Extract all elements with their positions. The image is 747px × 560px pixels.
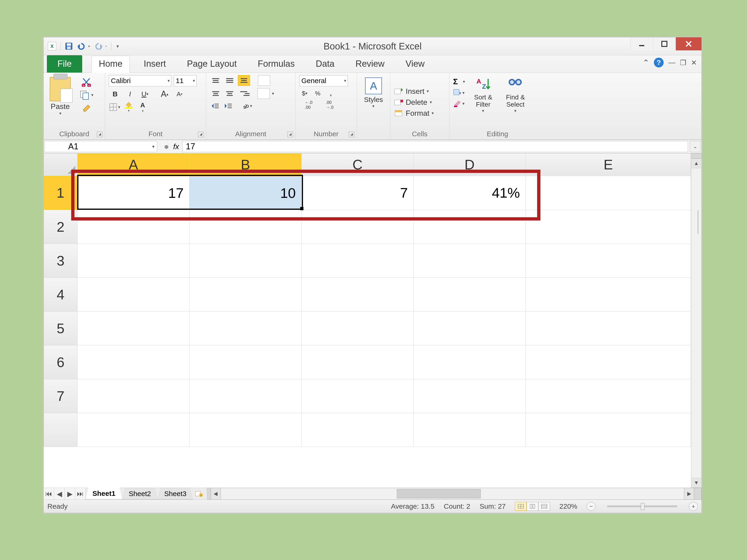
cell-d4[interactable] bbox=[414, 278, 526, 312]
decrease-decimal-button[interactable]: .00→.0 bbox=[320, 100, 339, 110]
tab-view[interactable]: View bbox=[398, 56, 432, 73]
cell-d1[interactable]: 41% bbox=[414, 176, 526, 210]
align-left-button[interactable] bbox=[210, 88, 222, 99]
paste-dropdown-icon[interactable]: ▾ bbox=[47, 111, 73, 116]
cell-a1[interactable]: 17 bbox=[77, 176, 189, 210]
vertical-split-box[interactable] bbox=[691, 153, 702, 158]
vertical-scrollbar[interactable]: ▲ ▼ bbox=[691, 153, 701, 488]
cell-e3[interactable] bbox=[526, 244, 691, 278]
cell-a2[interactable] bbox=[77, 210, 189, 244]
zoom-slider[interactable] bbox=[607, 505, 677, 507]
autosum-button[interactable]: Σ ▾ bbox=[453, 77, 465, 86]
row-header-3[interactable]: 3 bbox=[44, 244, 77, 278]
cell-c4[interactable] bbox=[302, 278, 414, 312]
delete-cells-button[interactable]: Delete▾ bbox=[394, 98, 432, 107]
sheet-nav-next[interactable]: ▶ bbox=[65, 488, 75, 500]
col-header-d[interactable]: D bbox=[414, 154, 526, 176]
cell-c6[interactable] bbox=[302, 345, 414, 379]
percent-format-button[interactable]: % bbox=[312, 89, 323, 98]
paste-button[interactable]: Paste ▾ bbox=[47, 75, 73, 116]
font-dialog-launcher[interactable]: ◢ bbox=[198, 132, 204, 137]
cell-e5[interactable] bbox=[526, 312, 691, 345]
tab-home[interactable]: Home bbox=[92, 56, 130, 73]
cell-a4[interactable] bbox=[77, 278, 189, 312]
comma-format-button[interactable]: , bbox=[326, 89, 336, 98]
undo-dropdown-icon[interactable]: ▾ bbox=[88, 44, 90, 48]
ribbon-collapse-icon[interactable]: ⌃ bbox=[643, 58, 649, 67]
format-painter-button[interactable] bbox=[81, 103, 91, 113]
col-header-a[interactable]: A bbox=[77, 154, 189, 176]
cell-e6[interactable] bbox=[526, 345, 691, 379]
cell-c2[interactable] bbox=[302, 210, 414, 244]
cell-e4[interactable] bbox=[526, 278, 691, 312]
orientation-button[interactable]: ab▾ bbox=[241, 101, 252, 111]
workbook-minimize-icon[interactable]: — bbox=[668, 59, 675, 66]
workbook-close-icon[interactable]: ✕ bbox=[691, 59, 697, 67]
sheet-nav-first[interactable]: ⏮ bbox=[44, 488, 54, 500]
excel-app-icon[interactable] bbox=[48, 42, 56, 50]
cell-d7[interactable] bbox=[414, 379, 526, 413]
row-header-4[interactable]: 4 bbox=[44, 278, 77, 312]
grow-font-button[interactable]: A▴ bbox=[158, 89, 171, 99]
cell-e2[interactable] bbox=[526, 210, 691, 244]
save-button[interactable] bbox=[65, 42, 73, 50]
align-top-button[interactable] bbox=[210, 75, 222, 86]
col-header-b[interactable]: B bbox=[189, 154, 302, 176]
underline-button[interactable]: U▾ bbox=[139, 89, 151, 99]
clipboard-dialog-launcher[interactable]: ◢ bbox=[97, 132, 102, 137]
row-header-1[interactable]: 1 bbox=[44, 176, 77, 210]
view-page-break-button[interactable] bbox=[538, 502, 550, 511]
cell-a6[interactable] bbox=[77, 345, 189, 379]
cell-b1[interactable]: 10 bbox=[189, 176, 302, 210]
borders-button[interactable]: ▾ bbox=[109, 102, 121, 112]
cell-a5[interactable] bbox=[77, 312, 189, 345]
cell-b7[interactable] bbox=[189, 379, 302, 413]
copy-button[interactable]: ▾ bbox=[80, 90, 93, 100]
sheet-tab-3[interactable]: Sheet3 bbox=[157, 488, 193, 500]
accounting-format-button[interactable]: $▾ bbox=[299, 89, 310, 98]
minimize-button[interactable] bbox=[630, 37, 653, 50]
new-sheet-button[interactable] bbox=[193, 488, 205, 500]
cell-d2[interactable] bbox=[414, 210, 526, 244]
formula-input[interactable]: 17 bbox=[182, 141, 688, 152]
cell-e7[interactable] bbox=[526, 379, 691, 413]
row-header-7[interactable]: 7 bbox=[44, 379, 77, 413]
row-header-5[interactable]: 5 bbox=[44, 312, 77, 345]
row-header-8[interactable] bbox=[44, 413, 77, 447]
close-button[interactable] bbox=[675, 37, 701, 50]
cell-c5[interactable] bbox=[302, 312, 414, 345]
redo-button[interactable]: ▾ bbox=[94, 43, 107, 50]
horizontal-split-box[interactable] bbox=[694, 488, 701, 500]
tab-data[interactable]: Data bbox=[309, 56, 341, 73]
align-center-button[interactable] bbox=[224, 88, 235, 99]
styles-button[interactable]: A Styles ▾ bbox=[364, 75, 383, 109]
number-format-combo[interactable]: General▾ bbox=[299, 75, 348, 86]
zoom-out-button[interactable]: − bbox=[587, 502, 595, 511]
hscroll-thumb[interactable] bbox=[397, 489, 481, 499]
scroll-up-icon[interactable]: ▲ bbox=[691, 158, 702, 168]
cell-a3[interactable] bbox=[77, 244, 189, 278]
cell-b5[interactable] bbox=[189, 312, 302, 345]
scroll-down-icon[interactable]: ▼ bbox=[691, 478, 702, 488]
qat-customize-icon[interactable]: ▾ bbox=[117, 44, 119, 49]
increase-decimal-button[interactable]: ←.0.00 bbox=[299, 100, 318, 110]
zoom-in-button[interactable]: + bbox=[689, 502, 698, 511]
sheet-nav-last[interactable]: ⏭ bbox=[75, 488, 86, 500]
format-cells-button[interactable]: Format▾ bbox=[394, 109, 434, 117]
sort-filter-button[interactable]: AZ Sort & Filter▾ bbox=[469, 75, 497, 113]
redo-dropdown-icon[interactable]: ▾ bbox=[105, 44, 107, 48]
fill-color-button[interactable]: ▾ bbox=[123, 102, 134, 112]
sheet-nav-prev[interactable]: ◀ bbox=[54, 488, 65, 500]
cell-d5[interactable] bbox=[414, 312, 526, 345]
font-size-combo[interactable]: 11▾ bbox=[174, 75, 197, 86]
alignment-dialog-launcher[interactable]: ◢ bbox=[287, 132, 293, 137]
fx-icon[interactable]: fx bbox=[173, 142, 179, 151]
shrink-font-button[interactable]: A▾ bbox=[173, 89, 186, 99]
number-dialog-launcher[interactable]: ◢ bbox=[349, 132, 354, 137]
cell-b2[interactable] bbox=[189, 210, 302, 244]
row-header-2[interactable]: 2 bbox=[44, 210, 77, 244]
name-box[interactable]: A1 ▾ bbox=[45, 141, 157, 152]
wrap-text-button[interactable] bbox=[258, 75, 270, 86]
cut-button[interactable] bbox=[82, 77, 91, 87]
increase-indent-button[interactable] bbox=[223, 101, 234, 111]
